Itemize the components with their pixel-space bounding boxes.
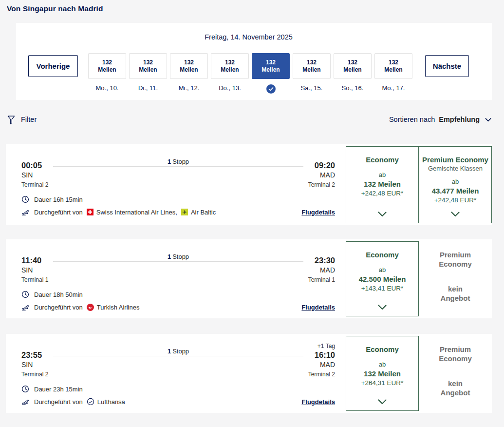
airline-chip-lufthansa: Lufthansa xyxy=(87,398,125,406)
date-label: Mo., 10. xyxy=(88,82,126,95)
clock-icon xyxy=(21,195,29,203)
no-offer-label: kein Angebot xyxy=(441,379,470,397)
arrival-block: 23:30 MAD Terminal 1 xyxy=(308,256,335,284)
date-tile-mi12[interactable]: 132 Meilen xyxy=(170,53,208,79)
operated-by-label: Durchgeführt von xyxy=(34,209,83,216)
arrival-time: 16:10 xyxy=(308,350,335,360)
date-labels-row: Mo., 10. Di., 11. Mi., 12. Do., 13. Sa.,… xyxy=(88,82,412,95)
economy-fare-box[interactable]: Economy ab 132 Meilen +242,48 EUR* xyxy=(346,146,419,223)
arrival-terminal: Terminal 2 xyxy=(308,181,335,189)
sort-value-dropdown[interactable]: Empfehlung xyxy=(439,116,480,123)
date-label: Di., 11. xyxy=(129,82,167,95)
departure-time: 00:05 xyxy=(21,161,48,170)
route-row: 00:05 SIN Terminal 2 1Stopp 09:20 MAD Te… xyxy=(21,161,335,189)
arrival-terminal: Terminal 2 xyxy=(308,371,335,378)
flight-card: 00:05 SIN Terminal 2 1Stopp 09:20 MAD Te… xyxy=(6,144,492,225)
date-tile-mo10[interactable]: 132 Meilen xyxy=(88,53,126,79)
flight-details-link[interactable]: Flugdetails xyxy=(301,304,335,311)
fare-class-title: Economy xyxy=(366,345,399,354)
filter-button[interactable]: Filter xyxy=(7,115,37,124)
duration-row: Dauer 16h 15min xyxy=(21,195,335,204)
fare-area: Economy ab 132 Meilen +242,48 EUR* Premi… xyxy=(346,144,492,225)
departure-time: 23:55 xyxy=(21,350,48,360)
fare-class-title: Economy xyxy=(366,155,399,164)
flight-results-page: Von Singapur nach Madrid Freitag, 14. No… xyxy=(0,0,504,427)
premium-economy-no-offer: Premium Economy kein Angebot xyxy=(419,241,492,316)
fare-miles: 43.477 Meilen xyxy=(432,187,479,195)
date-tile-sa15[interactable]: 132 Meilen xyxy=(293,53,331,79)
fare-class-title: Premium Economy xyxy=(439,250,472,269)
tile-unit: Meilen xyxy=(180,66,198,74)
check-circle-icon xyxy=(266,84,276,94)
duration-text: Dauer 16h 15min xyxy=(34,196,83,203)
fare-from-label: ab xyxy=(379,266,386,273)
stops-text: Stopp xyxy=(172,253,189,260)
departure-airport: SIN xyxy=(21,171,48,179)
stops-label: 1Stopp xyxy=(165,253,192,260)
stops-count: 1 xyxy=(168,348,171,355)
filter-label: Filter xyxy=(21,116,37,123)
expand-chevron-icon[interactable] xyxy=(378,210,387,216)
tile-miles: 132 xyxy=(348,59,357,66)
expand-chevron-icon[interactable] xyxy=(378,398,387,404)
date-tile-fr14-selected[interactable]: 132 Meilen xyxy=(252,53,290,79)
departure-terminal: Terminal 2 xyxy=(21,181,48,189)
date-tile-di11[interactable]: 132 Meilen xyxy=(129,53,167,79)
arrival-terminal: Terminal 1 xyxy=(308,276,335,284)
next-dates-button[interactable]: Nächste xyxy=(425,55,469,77)
route-middle: 1Stopp xyxy=(53,161,303,171)
fare-class-title: Premium Economy xyxy=(422,155,488,164)
fare-price: +242,48 EUR* xyxy=(434,196,477,204)
fare-price: +242,48 EUR* xyxy=(361,190,404,197)
mixed-classes-label: Gemischte Klassen xyxy=(428,165,483,172)
operated-row: Durchgeführt von Swiss International Air… xyxy=(21,207,335,217)
plane-departure-icon xyxy=(21,304,30,311)
date-tile-mo17[interactable]: 132 Meilen xyxy=(374,53,412,79)
tile-unit: Meilen xyxy=(139,66,157,74)
tile-unit: Meilen xyxy=(261,66,280,74)
operated-by: Durchgeführt von Swiss International Air… xyxy=(21,209,301,216)
stops-count: 1 xyxy=(168,253,171,260)
expand-chevron-icon[interactable] xyxy=(451,210,460,216)
fare-miles: 132 Meilen xyxy=(364,369,401,378)
date-tile-do13[interactable]: 132 Meilen xyxy=(211,53,249,79)
stops-text: Stopp xyxy=(172,158,189,165)
arrival-airport: MAD xyxy=(308,171,335,179)
flight-details-link[interactable]: Flugdetails xyxy=(301,398,335,406)
chevron-down-icon[interactable] xyxy=(485,116,492,123)
route-row: 23:55 SIN Terminal 2 1Stopp +1 Tag 16:10… xyxy=(21,350,335,378)
fare-area: Economy ab 42.500 Meilen +143,41 EUR* Pr… xyxy=(346,239,492,318)
operated-by-label: Durchgeführt von xyxy=(34,398,83,406)
duration-text: Dauer 18h 50min xyxy=(34,291,83,298)
airline-name: Air Baltic xyxy=(191,209,216,216)
route-middle: 1Stopp xyxy=(53,350,303,360)
lufthansa-logo-icon xyxy=(87,398,94,406)
economy-fare-box[interactable]: Economy ab 132 Meilen +264,31 EUR* xyxy=(346,336,419,411)
previous-dates-button[interactable]: Vorherige xyxy=(28,55,78,77)
fare-class-title: Premium Economy xyxy=(439,345,472,363)
tile-miles: 132 xyxy=(184,59,194,66)
funnel-icon xyxy=(7,115,16,124)
duration-text: Dauer 23h 15min xyxy=(34,386,83,393)
flight-card: 11:40 SIN Terminal 1 1Stopp 23:30 MAD Te… xyxy=(6,239,492,318)
stops-label: 1Stopp xyxy=(165,158,192,165)
tile-miles: 132 xyxy=(143,59,153,66)
airline-name: Turkish Airlines xyxy=(97,304,140,311)
departure-terminal: Terminal 1 xyxy=(21,276,48,284)
fare-from-label: ab xyxy=(379,171,386,178)
expand-chevron-icon[interactable] xyxy=(378,303,387,309)
departure-airport: SIN xyxy=(21,266,48,274)
date-carousel-row: Vorherige 132 Meilen 132 Meilen 132 Meil… xyxy=(28,53,469,79)
clock-icon xyxy=(21,385,29,393)
flight-info: 00:05 SIN Terminal 2 1Stopp 09:20 MAD Te… xyxy=(6,144,346,225)
flight-details-link[interactable]: Flugdetails xyxy=(301,209,335,216)
premium-economy-fare-box[interactable]: Premium Economy Gemischte Klassen ab 43.… xyxy=(419,146,492,223)
date-label: Mi., 12. xyxy=(170,82,208,95)
fare-price: +264,31 EUR* xyxy=(361,379,404,387)
economy-fare-box[interactable]: Economy ab 42.500 Meilen +143,41 EUR* xyxy=(346,241,419,316)
sort-by-label: Sortieren nach xyxy=(389,116,435,123)
no-offer-label: kein Angebot xyxy=(441,284,470,303)
date-tile-so16[interactable]: 132 Meilen xyxy=(334,53,372,79)
departure-block: 11:40 SIN Terminal 1 xyxy=(21,256,48,284)
turkish-airlines-logo-icon xyxy=(87,304,94,311)
